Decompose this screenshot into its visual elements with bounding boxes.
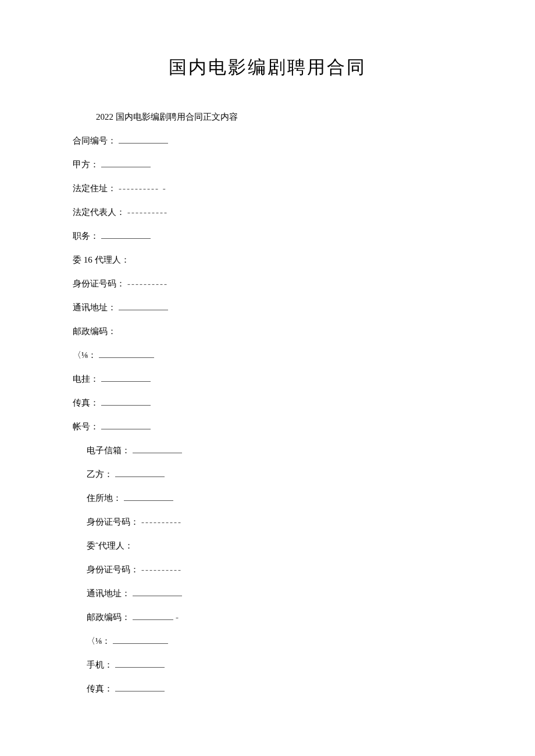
- blank-telegraph: [101, 374, 151, 382]
- label-position: 职务：: [73, 231, 99, 242]
- field-telegraph: 电挂：: [73, 374, 462, 385]
- field-fax-b: 传真：: [87, 683, 462, 694]
- label-id-number: 身份证号码：: [73, 278, 125, 289]
- label-contact-address-b: 通讯地址：: [87, 588, 130, 599]
- blank-party-b: [115, 469, 165, 477]
- label-fraction-b: 〈⅛：: [87, 636, 110, 647]
- blank-fraction-b: [113, 636, 168, 644]
- label-fax-b: 传真：: [87, 683, 113, 694]
- label-contract-no: 合同编号：: [73, 135, 116, 146]
- blank-account: [101, 421, 151, 429]
- dashes-id-number-b: ----------: [141, 517, 182, 527]
- label-contact-address: 通讯地址：: [73, 302, 116, 313]
- field-agent-16: 委 16 代理人：: [73, 255, 462, 266]
- field-legal-address: 法定住址： ---------- -: [73, 183, 462, 194]
- blank-fax: [101, 397, 151, 406]
- label-fax: 传真：: [73, 397, 99, 409]
- field-postal-code: 邮政编码：: [73, 326, 462, 337]
- blank-contact-address-b: [133, 588, 182, 596]
- dashes-id-number-b2: ----------: [141, 565, 182, 575]
- dashes-postal-code-b: -: [176, 612, 179, 622]
- field-email: 电子信箱：: [87, 445, 462, 456]
- label-email: 电子信箱：: [87, 445, 130, 456]
- label-telegraph: 电挂：: [73, 374, 99, 385]
- label-residence: 住所地：: [87, 493, 122, 504]
- field-agent-b: 委ˆ代理人：: [87, 540, 462, 551]
- label-agent-b: 委ˆ代理人：: [87, 540, 133, 551]
- field-party-a: 甲方：: [73, 159, 462, 170]
- document-subtitle: 2022 国内电影编剧聘用合同正文内容: [96, 112, 462, 123]
- label-id-number-b2: 身份证号码：: [87, 564, 139, 575]
- dashes-legal-address: ---------- -: [119, 184, 167, 194]
- label-legal-address: 法定住址：: [73, 183, 116, 194]
- label-mobile: 手机：: [87, 660, 113, 671]
- label-account: 帐号：: [73, 421, 99, 432]
- blank-mobile: [115, 660, 165, 668]
- field-mobile: 手机：: [87, 660, 462, 671]
- blank-residence: [124, 493, 173, 501]
- field-contact-address: 通讯地址：: [73, 302, 462, 313]
- field-fraction: 〈⅛：: [73, 350, 462, 361]
- blank-contract-no: [119, 135, 168, 144]
- blank-party-a: [101, 159, 151, 167]
- field-id-number: 身份证号码： ----------: [73, 278, 462, 289]
- label-id-number-b: 身份证号码：: [87, 517, 139, 528]
- dashes-id-number: ----------: [127, 279, 168, 289]
- label-legal-rep: 法定代表人：: [73, 207, 125, 218]
- field-id-number-b2: 身份证号码： ----------: [87, 564, 462, 575]
- field-position: 职务：: [73, 231, 462, 242]
- field-legal-rep: 法定代表人： ----------: [73, 207, 462, 218]
- field-fax: 传真：: [73, 397, 462, 409]
- blank-fax-b: [115, 683, 165, 691]
- blank-postal-code-b: [133, 612, 173, 620]
- field-id-number-b: 身份证号码： ----------: [87, 517, 462, 528]
- label-postal-code-b: 邮政编码：: [87, 612, 130, 623]
- field-contact-address-b: 通讯地址：: [87, 588, 462, 599]
- blank-email: [133, 445, 182, 453]
- label-party-a: 甲方：: [73, 159, 99, 170]
- field-postal-code-b: 邮政编码： -: [87, 612, 462, 623]
- document-title: 国内电影编剧聘用合同: [73, 55, 462, 80]
- field-fraction-b: 〈⅛：: [87, 636, 462, 647]
- label-postal-code: 邮政编码：: [73, 326, 116, 337]
- field-residence: 住所地：: [87, 493, 462, 504]
- blank-fraction: [99, 350, 154, 358]
- label-agent-16: 委 16 代理人：: [73, 255, 130, 266]
- label-party-b: 乙方：: [87, 469, 113, 480]
- blank-contact-address: [119, 302, 168, 310]
- dashes-legal-rep: ----------: [127, 207, 168, 217]
- field-contract-no: 合同编号：: [73, 135, 462, 146]
- field-account: 帐号：: [73, 421, 462, 432]
- label-fraction: 〈⅛：: [73, 350, 97, 361]
- field-party-b: 乙方：: [87, 469, 462, 480]
- blank-position: [101, 231, 151, 239]
